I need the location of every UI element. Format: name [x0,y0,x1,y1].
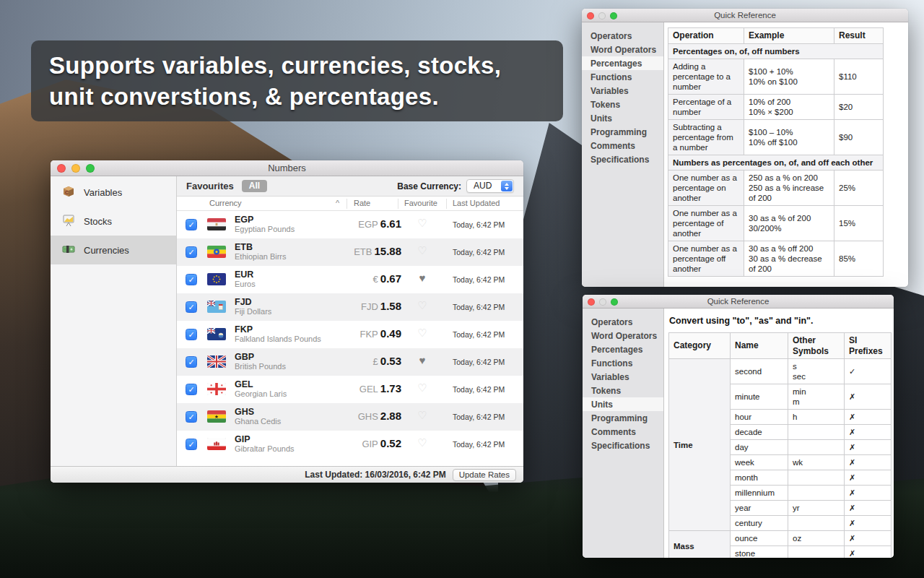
last-updated-value: Today, 6:42 PM [453,440,505,449]
currency-row-fkp[interactable]: ✓FKPFalkland Islands PoundsFKP0.49♡Today… [177,321,523,348]
column-header-last-updated[interactable]: Last Updated [453,199,500,207]
column-header-result: Result [834,28,884,44]
sidebar-item-programming[interactable]: Programming [582,125,663,139]
favourite-heart-icon[interactable]: ♡ [415,217,430,230]
close-button[interactable] [57,164,66,173]
zoom-button[interactable] [610,12,617,20]
sidebar-item-currencies[interactable]: Currencies [51,236,176,264]
column-header-rate[interactable]: Rate [354,199,370,207]
close-button[interactable] [587,12,594,20]
sidebar-item-tokens[interactable]: Tokens [583,384,663,397]
currency-row-gel[interactable]: ✓GELGeorgian LarisGEL1.73♡Today, 6:42 PM [177,376,523,403]
sidebar-item-comments[interactable]: Comments [583,425,663,439]
stocks-chart-icon [61,213,76,230]
sidebar-item-percentages[interactable]: Percentages [583,342,663,356]
zoom-button[interactable] [611,298,618,306]
sidebar-item-label: Currencies [84,245,129,256]
qr-top-titlebar[interactable]: Quick Reference [582,9,908,22]
zoom-button[interactable] [86,164,95,173]
sidebar-item-word-operators[interactable]: Word Operators [583,329,663,342]
other-symbols-cell: wk [788,455,845,470]
sidebar-item-percentages[interactable]: Percentages [582,56,663,70]
last-updated-value: Today, 6:42 PM [453,220,505,229]
sidebar-item-variables[interactable]: CVariables [51,178,176,207]
sidebar-item-units[interactable]: Units [582,111,663,125]
sidebar-item-functions[interactable]: Functions [582,70,663,84]
sidebar-item-operators[interactable]: Operators [583,315,663,329]
numbers-titlebar[interactable]: Numbers [51,160,523,176]
section-label: Percentages on, of, off numbers [668,43,884,59]
operation-cell: One number as a percentage on another [668,170,744,205]
sidebar-item-units[interactable]: Units [583,397,663,411]
window-controls [587,12,617,20]
sidebar-item-specifications[interactable]: Specifications [583,439,663,452]
currency-table-header: Currency ^ Rate Favourite Last Updated [177,197,523,211]
sidebar-item-operators[interactable]: Operators [582,29,663,43]
enabled-checkbox[interactable]: ✓ [186,246,197,258]
currency-row-gip[interactable]: ✓GIPGibraltar PoundsGIP0.52♡Today, 6:42 … [177,431,523,458]
enabled-checkbox[interactable]: ✓ [186,439,197,450]
favourite-heart-icon[interactable]: ♥ [415,272,430,284]
currency-name: British Pounds [235,362,286,371]
favourite-heart-icon[interactable]: ♡ [415,299,430,312]
operation-cell: Adding a percentage to a number [668,59,744,94]
other-symbols-cell [788,440,845,455]
minimize-button[interactable] [71,164,80,173]
currency-rate: FKP0.49 [360,327,402,340]
rate-prefix: EGP [358,219,378,230]
column-header-currency[interactable]: Currency [209,199,242,207]
sidebar-item-comments[interactable]: Comments [582,139,663,152]
unit-name-cell: day [731,440,788,455]
enabled-checkbox[interactable]: ✓ [186,329,197,340]
variables-cube-icon: C [61,184,76,201]
sidebar-item-stocks[interactable]: Stocks [51,207,176,236]
column-header-operation: Operation [668,28,744,44]
last-updated-value: Today, 6:42 PM [453,385,505,394]
enabled-checkbox[interactable]: ✓ [186,356,197,368]
update-rates-button[interactable]: Update Rates [453,469,516,481]
flag-gb-icon [207,355,226,368]
unit-name-cell: millennium [731,486,788,501]
sidebar-item-tokens[interactable]: Tokens [582,98,663,111]
favourite-heart-icon[interactable]: ♡ [415,327,430,340]
base-currency-popup[interactable]: AUD [466,179,514,193]
qr-bottom-titlebar[interactable]: Quick Reference [583,295,894,309]
example-cell: 10% of 200 10% × $200 [744,94,834,119]
currency-row-ghs[interactable]: ✓GHSGhana CedisGHS2.88♡Today, 6:42 PM [177,403,523,431]
favourite-heart-icon[interactable]: ♥ [415,354,430,366]
sidebar-item-variables[interactable]: Variables [582,84,663,98]
sidebar-item-programming[interactable]: Programming [583,411,663,425]
sidebar-item-specifications[interactable]: Specifications [582,152,663,166]
favourite-heart-icon[interactable]: ♡ [415,436,430,449]
enabled-checkbox[interactable]: ✓ [186,274,197,285]
currency-name: Fiji Dollars [235,307,271,316]
currency-row-gbp[interactable]: ✓GBPBritish Pounds£0.53♥Today, 6:42 PM [177,348,523,376]
sidebar-item-variables[interactable]: Variables [583,370,663,384]
other-symbols-cell: yr [788,501,845,516]
currency-code: FJD [235,297,252,307]
enabled-checkbox[interactable]: ✓ [186,219,197,230]
table-row: One number as a percentage of another30 … [668,205,884,241]
qr-bottom-content: Convert using "to", "as" and "in". Categ… [664,309,894,558]
favourite-heart-icon[interactable]: ♡ [415,409,430,422]
unit-name-cell: month [731,470,788,486]
sidebar-item-functions[interactable]: Functions [583,356,663,370]
close-button[interactable] [588,298,595,306]
currency-row-etb[interactable]: ✓ETBEthiopian BirrsETB15.88♡Today, 6:42 … [177,238,523,266]
enabled-checkbox[interactable]: ✓ [186,301,197,313]
enabled-checkbox[interactable]: ✓ [186,384,197,395]
currency-row-fjd[interactable]: ✓FJDFiji DollarsFJD1.58♡Today, 6:42 PM [177,293,523,321]
currency-row-egp[interactable]: ✓EGPEgyptian PoundsEGP6.61♡Today, 6:42 P… [177,211,523,238]
favourite-heart-icon[interactable]: ♡ [415,381,430,394]
currency-table: ✓EGPEgyptian PoundsEGP6.61♡Today, 6:42 P… [177,211,523,466]
favourites-filter-button[interactable]: Favourites [186,181,234,191]
other-symbols-cell: oz [788,531,845,546]
example-cell: 30 as a % off 200 30 as a % decrease of … [744,241,834,276]
sidebar-item-word-operators[interactable]: Word Operators [582,43,663,56]
enabled-checkbox[interactable]: ✓ [186,411,197,423]
currency-row-eur[interactable]: ✓EUREuros€0.67♥Today, 6:42 PM [177,266,523,293]
example-cell: 30 as a % of 200 30/200% [744,205,834,241]
favourite-heart-icon[interactable]: ♡ [415,244,430,257]
column-header-favourite[interactable]: Favourite [404,199,437,207]
all-filter-button[interactable]: All [242,180,267,192]
